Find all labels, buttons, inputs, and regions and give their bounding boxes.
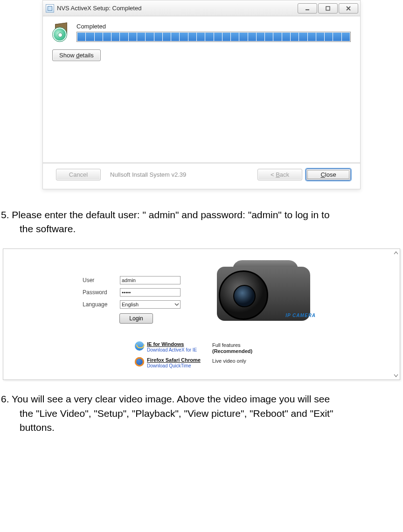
dialog-footer: Cancel Nullsoft Install System v2.39 < B…: [52, 167, 351, 180]
camera-brand-label: IP CAMERA: [285, 313, 316, 318]
progress-bar: [76, 32, 351, 42]
step-5-line2: the software.: [1, 222, 402, 236]
download-links-area: IE for Windows Download ActiveX for IE F…: [12, 341, 391, 372]
svg-rect-1: [326, 7, 330, 10]
completed-label: Completed: [76, 23, 351, 30]
ie-link[interactable]: IE for Windows: [147, 341, 212, 347]
step-6-line1: 6. You will see a very clear video image…: [1, 392, 402, 406]
user-label: User: [83, 277, 120, 283]
login-button[interactable]: Login: [119, 313, 153, 324]
password-input[interactable]: [120, 288, 181, 297]
camera-lens-icon: [219, 270, 268, 320]
login-screenshot: User Password Language English Login: [3, 249, 400, 380]
password-label: Password: [83, 289, 120, 296]
firefox-download-row: Firefox Safari Chrome Download QuickTime…: [135, 357, 268, 368]
window-controls: [297, 3, 358, 14]
step-5-line1: 5. Please enter the default user: " admi…: [1, 208, 402, 222]
close-window-button[interactable]: [339, 3, 358, 14]
installer-icon: [46, 4, 54, 13]
language-select[interactable]: English: [120, 300, 181, 309]
show-details-button[interactable]: Show details: [52, 49, 101, 61]
window-title: NVS ActiveX Setup: Completed: [57, 5, 297, 12]
cancel-button: Cancel: [56, 169, 101, 180]
ie-desc2: (Recommended): [212, 348, 252, 354]
camera-image: IP CAMERA: [213, 257, 320, 332]
back-button: < Back: [257, 169, 302, 180]
ff-link[interactable]: Firefox Safari Chrome: [147, 357, 212, 363]
setup-disc-icon: [52, 23, 72, 42]
user-input[interactable]: [120, 276, 181, 284]
ie-icon: [135, 341, 144, 351]
ff-desc: Live video only: [212, 358, 246, 364]
login-form: User Password Language English Login: [83, 257, 190, 332]
titlebar: NVS ActiveX Setup: Completed: [43, 0, 360, 16]
minimize-button[interactable]: [298, 3, 317, 14]
scroll-down-arrow-icon[interactable]: [393, 373, 399, 378]
dialog-content-area: [43, 65, 360, 163]
installer-dialog: NVS ActiveX Setup: Completed Completed: [42, 0, 361, 189]
step-6-line3: buttons.: [1, 421, 402, 435]
close-button[interactable]: Close: [306, 169, 351, 180]
installer-branding: Nullsoft Install System v2.39: [110, 171, 186, 178]
language-label: Language: [83, 301, 120, 308]
language-value: English: [122, 302, 139, 307]
svg-rect-0: [306, 9, 309, 10]
maximize-button[interactable]: [318, 3, 338, 14]
chevron-down-icon: [174, 302, 179, 307]
step-6-line2: the "Live Video", "Setup", "Playback", "…: [1, 407, 402, 421]
scroll-up-arrow-icon[interactable]: [393, 250, 399, 256]
step-5-text: 5. Please enter the default user: " admi…: [0, 208, 403, 249]
ie-desc1: Full features: [212, 342, 241, 348]
firefox-icon: [135, 357, 144, 366]
step-6-text: 6. You will see a very clear video image…: [0, 380, 403, 436]
ff-sublink[interactable]: Download QuickTime: [147, 363, 212, 368]
ie-sublink[interactable]: Download ActiveX for IE: [147, 347, 212, 352]
dialog-body: Completed Show details Cancel Nullsoft I…: [43, 16, 360, 189]
ie-download-row: IE for Windows Download ActiveX for IE F…: [135, 341, 268, 354]
